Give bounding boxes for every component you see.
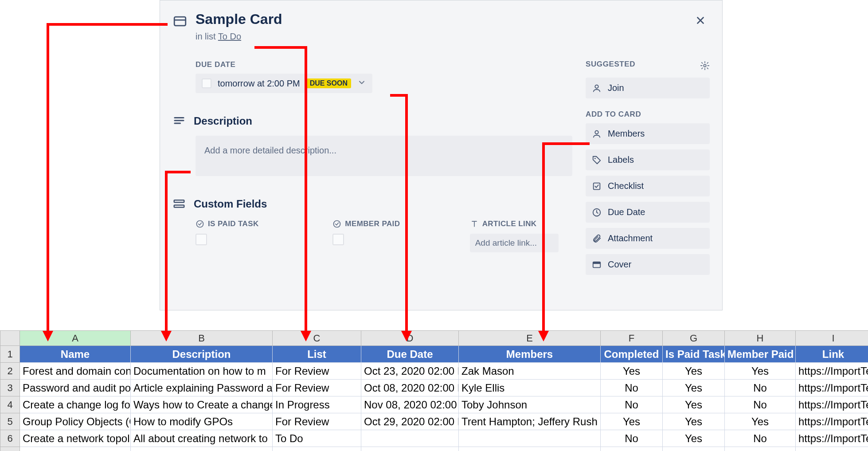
- table-cell[interactable]: For Review: [273, 413, 361, 430]
- table-cell[interactable]: [725, 447, 796, 451]
- cf-article-link-input[interactable]: Add article link...: [470, 234, 559, 252]
- table-cell[interactable]: No: [601, 380, 663, 396]
- table-cell[interactable]: [601, 447, 663, 451]
- description-input[interactable]: Add a more detailed description...: [195, 136, 572, 176]
- table-cell[interactable]: Yes: [663, 430, 725, 447]
- row-number[interactable]: 3: [0, 380, 20, 396]
- table-cell[interactable]: Kyle Ellis: [459, 380, 601, 396]
- table-cell[interactable]: Yes: [601, 363, 663, 380]
- table-cell[interactable]: No: [601, 430, 663, 447]
- table-cell[interactable]: Group Policy Objects (C: [20, 413, 131, 430]
- table-cell[interactable]: Toby Johnson: [459, 396, 601, 413]
- table-cell[interactable]: Yes: [725, 413, 796, 430]
- table-cell[interactable]: Yes: [663, 380, 725, 396]
- table-cell[interactable]: [459, 447, 601, 451]
- column-header-I[interactable]: I: [796, 331, 868, 346]
- join-button[interactable]: Join: [586, 78, 710, 98]
- column-header-E[interactable]: E: [459, 331, 601, 346]
- table-cell[interactable]: https://ImportTe: [796, 413, 868, 430]
- table-cell[interactable]: Yes: [663, 413, 725, 430]
- due-complete-checkbox[interactable]: [202, 78, 211, 88]
- table-cell[interactable]: Oct 23, 2020 02:00 PM: [361, 363, 459, 380]
- table-cell[interactable]: For Review: [273, 380, 361, 396]
- table-header-cell[interactable]: Completed: [601, 346, 663, 363]
- table-cell[interactable]: All about creating network to: [131, 430, 273, 447]
- table-cell[interactable]: Article explaining Password a: [131, 380, 273, 396]
- table-cell[interactable]: Trent Hampton; Jeffery Rush: [459, 413, 601, 430]
- table-cell[interactable]: Create a change log for: [20, 396, 131, 413]
- table-cell[interactable]: In Progress: [273, 396, 361, 413]
- attachment-button[interactable]: Attachment: [586, 228, 710, 249]
- suggested-settings-button[interactable]: [700, 61, 710, 72]
- table-cell[interactable]: Zak Mason: [459, 363, 601, 380]
- row-number[interactable]: 6: [0, 430, 20, 447]
- row-number[interactable]: 2: [0, 363, 20, 380]
- table-cell[interactable]: Yes: [725, 363, 796, 380]
- table-header-cell[interactable]: Member Paid: [725, 346, 796, 363]
- table-cell[interactable]: Ways how to Create a change: [131, 396, 273, 413]
- table-cell[interactable]: No: [601, 396, 663, 413]
- table-cell[interactable]: No: [725, 380, 796, 396]
- table-cell[interactable]: Nov 08, 2020 02:00 PM: [361, 396, 459, 413]
- table-cell[interactable]: No: [725, 396, 796, 413]
- table-cell[interactable]: https://ImportTe: [796, 396, 868, 413]
- table-cell[interactable]: To Do: [273, 430, 361, 447]
- table-cell[interactable]: [273, 447, 361, 451]
- close-button[interactable]: [691, 11, 710, 30]
- table-header-cell[interactable]: List: [273, 346, 361, 363]
- members-button[interactable]: Members: [586, 123, 710, 144]
- table-cell[interactable]: Yes: [663, 363, 725, 380]
- table-cell[interactable]: Oct 08, 2020 02:00 PM: [361, 380, 459, 396]
- checklist-button[interactable]: Checklist: [586, 176, 710, 196]
- column-header-B[interactable]: B: [131, 331, 273, 346]
- table-cell[interactable]: Documentation on how to m: [131, 363, 273, 380]
- table-cell[interactable]: [131, 447, 273, 451]
- table-cell[interactable]: How to modify GPOs: [131, 413, 273, 430]
- row-number[interactable]: 1: [0, 346, 20, 363]
- column-header-G[interactable]: G: [663, 331, 725, 346]
- cf-is-paid-checkbox[interactable]: [195, 234, 207, 245]
- table-cell[interactable]: Yes: [663, 396, 725, 413]
- column-header-D[interactable]: D: [361, 331, 459, 346]
- table-cell[interactable]: https://ImportTe: [796, 380, 868, 396]
- table-cell[interactable]: Oct 29, 2020 02:00 PM: [361, 413, 459, 430]
- table-cell[interactable]: [796, 447, 868, 451]
- table-cell[interactable]: [361, 447, 459, 451]
- table-cell[interactable]: Password and audit po: [20, 380, 131, 396]
- row-number[interactable]: 7: [0, 447, 20, 451]
- check-circle-icon: [332, 220, 341, 228]
- table-cell[interactable]: No: [725, 430, 796, 447]
- table-cell[interactable]: https://ImportTe: [796, 430, 868, 447]
- due-date-pill[interactable]: tomorrow at 2:00 PM DUE SOON: [195, 74, 372, 93]
- column-header-A[interactable]: A: [20, 331, 131, 346]
- table-cell[interactable]: [663, 447, 725, 451]
- person-icon: [592, 83, 602, 93]
- table-header-cell[interactable]: Members: [459, 346, 601, 363]
- svg-point-7: [197, 221, 203, 227]
- table-cell[interactable]: Create a network topol: [20, 430, 131, 447]
- table-cell[interactable]: Forest and domain con: [20, 363, 131, 380]
- table-cell[interactable]: [361, 430, 459, 447]
- table-cell[interactable]: Yes: [601, 413, 663, 430]
- table-cell[interactable]: [20, 447, 131, 451]
- table-header-cell[interactable]: Name: [20, 346, 131, 363]
- table-header-cell[interactable]: Description: [131, 346, 273, 363]
- table-cell[interactable]: [459, 430, 601, 447]
- table-header-cell[interactable]: Is Paid Task: [663, 346, 725, 363]
- cover-button[interactable]: Cover: [586, 254, 710, 275]
- due-date-button[interactable]: Due Date: [586, 202, 710, 223]
- table-cell[interactable]: https://ImportTe: [796, 363, 868, 380]
- spreadsheet: ABCDEFGHI 1NameDescriptionListDue DateMe…: [0, 330, 868, 451]
- list-link[interactable]: To Do: [218, 31, 241, 41]
- table-header-cell[interactable]: Due Date: [361, 346, 459, 363]
- cf-member-paid-checkbox[interactable]: [332, 234, 344, 245]
- column-header-C[interactable]: C: [273, 331, 361, 346]
- card-title[interactable]: Sample Card: [195, 11, 282, 27]
- table-cell[interactable]: For Review: [273, 363, 361, 380]
- labels-button[interactable]: Labels: [586, 149, 710, 170]
- row-number[interactable]: 4: [0, 396, 20, 413]
- table-header-cell[interactable]: Link: [796, 346, 868, 363]
- column-header-H[interactable]: H: [725, 331, 796, 346]
- row-number[interactable]: 5: [0, 413, 20, 430]
- column-header-F[interactable]: F: [601, 331, 663, 346]
